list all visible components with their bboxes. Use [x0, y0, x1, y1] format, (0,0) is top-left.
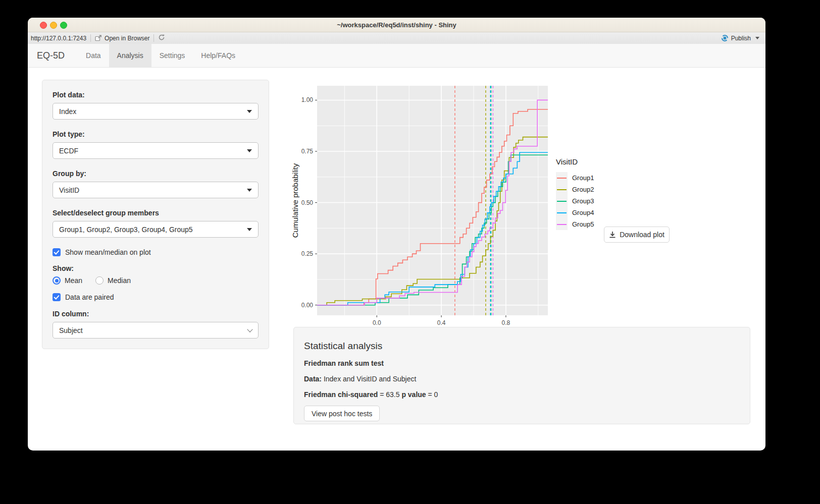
chevron-down-icon — [247, 110, 252, 113]
plot-legend: VisitID Group1Group2Group3Group4Group5 — [556, 157, 594, 230]
radio-median-dot[interactable] — [95, 276, 104, 285]
group-by-label: Group by: — [53, 170, 259, 178]
show-mean-median-checkbox-row: Show mean/median on plot — [53, 248, 259, 256]
legend-label: Group3 — [572, 197, 594, 205]
plot-type-label: Plot type: — [53, 130, 259, 138]
close-window-button[interactable] — [40, 22, 47, 29]
app-window: ~/workspace/R/eq5d/inst/shiny - Shiny ht… — [28, 18, 765, 451]
refresh-icon — [158, 34, 165, 41]
legend-entry-Group4: Group4 — [556, 207, 594, 218]
statistical-analysis-panel: Statistical analysis Friedman rank sum t… — [293, 327, 750, 424]
tab-analysis[interactable]: Analysis — [109, 44, 151, 67]
legend-title: VisitID — [556, 157, 594, 166]
legend-key-icon — [556, 184, 568, 195]
zoom-window-button[interactable] — [60, 22, 67, 29]
download-plot-button[interactable]: Download plot — [604, 227, 670, 243]
legend-label: Group1 — [572, 174, 594, 182]
legend-entry-Group3: Group3 — [556, 195, 594, 207]
legend-key-icon — [556, 195, 568, 207]
legend-key-icon — [556, 218, 568, 230]
show-mean-median-checkbox[interactable] — [53, 248, 61, 256]
legend-key-icon — [556, 172, 568, 184]
legend-entry-Group5: Group5 — [556, 218, 594, 230]
legend-key-icon — [556, 207, 568, 218]
chevron-down-icon — [247, 228, 252, 231]
download-plot-label: Download plot — [620, 231, 664, 239]
group-members-value: Group1, Group2, Group3, Group4, Group5 — [59, 226, 193, 234]
radio-median[interactable]: Median — [95, 276, 131, 285]
stats-p-label: p value — [401, 390, 426, 399]
plot-type-dropdown[interactable]: ECDF — [53, 142, 259, 159]
open-in-browser-label: Open in Browser — [105, 35, 149, 42]
viewer-toolbar: http://127.0.0.1:7243 Open in Browser — [28, 32, 765, 44]
group-members-label: Select/deselect group members — [53, 209, 259, 217]
y-tick-label: 0.50 — [301, 199, 314, 206]
open-in-browser-button[interactable]: Open in Browser — [95, 35, 149, 42]
url-text: http://127.0.0.1:7243 — [31, 35, 86, 42]
radio-mean-label: Mean — [65, 276, 82, 285]
chevron-down-icon — [247, 326, 252, 332]
download-icon — [609, 231, 616, 238]
legend-entry-Group1: Group1 — [556, 172, 594, 184]
legend-label: Group4 — [572, 209, 594, 216]
stats-test-name: Friedman rank sum test — [304, 359, 740, 367]
legend-entry-Group2: Group2 — [556, 184, 594, 195]
x-tick-label: 0.4 — [437, 319, 446, 326]
app-brand: EQ-5D — [28, 44, 78, 67]
plot-data-label: Plot data: — [53, 91, 259, 99]
show-mean-median-label: Show mean/median on plot — [65, 248, 151, 256]
id-column-value: Subject — [59, 326, 83, 334]
y-tick-label: 0.75 — [301, 148, 314, 155]
toolbar-separator — [90, 34, 91, 42]
id-column-select[interactable]: Subject — [53, 322, 259, 339]
legend-label: Group2 — [572, 186, 594, 193]
stats-data-line: Data: Index and VisitID and Subject — [304, 375, 740, 383]
stats-chi-label: Friedman chi-squared — [304, 390, 378, 399]
paired-checkbox-row: Data are paired — [53, 293, 259, 301]
stats-p-value: = 0 — [428, 390, 438, 399]
publish-label: Publish — [731, 35, 751, 42]
minimize-window-button[interactable] — [50, 22, 57, 29]
y-tick-label: 0.25 — [301, 250, 314, 257]
tab-data[interactable]: Data — [78, 44, 109, 67]
plot-type-value: ECDF — [59, 147, 78, 155]
open-in-browser-icon — [95, 35, 102, 41]
view-post-hoc-tests-button[interactable]: View post hoc tests — [304, 406, 380, 421]
publish-button[interactable]: Publish — [721, 34, 759, 42]
tab-help-faqs[interactable]: Help/FAQs — [193, 44, 243, 67]
publish-caret-icon — [755, 37, 759, 39]
id-column-label: ID column: — [53, 310, 259, 318]
y-tick-label: 0.00 — [301, 302, 314, 309]
publish-icon — [721, 34, 729, 42]
paired-checkbox[interactable] — [53, 293, 61, 301]
chevron-down-icon — [247, 149, 252, 152]
radio-mean-dot[interactable] — [53, 276, 61, 285]
plot-data-dropdown[interactable]: Index — [53, 103, 259, 120]
stats-result-line: Friedman chi-squared = 63.5 p value = 0 — [304, 390, 740, 399]
titlebar: ~/workspace/R/eq5d/inst/shiny - Shiny — [28, 18, 765, 32]
radio-mean[interactable]: Mean — [53, 276, 82, 285]
x-tick-label: 0.0 — [373, 319, 381, 326]
group-by-dropdown[interactable]: VisitID — [53, 182, 259, 198]
toolbar-separator — [153, 34, 154, 42]
radio-median-label: Median — [108, 276, 131, 285]
chevron-down-icon — [247, 189, 252, 192]
plot-data-value: Index — [59, 107, 76, 116]
y-axis-title: Cumulative probability — [291, 163, 299, 238]
stats-chi-value: = 63.5 — [380, 390, 399, 399]
window-title: ~/workspace/R/eq5d/inst/shiny - Shiny — [337, 21, 456, 29]
paired-label: Data are paired — [65, 293, 114, 301]
y-tick-label: 1.00 — [301, 96, 314, 103]
legend-label: Group5 — [572, 220, 594, 228]
group-members-dropdown[interactable]: Group1, Group2, Group3, Group4, Group5 — [53, 221, 259, 238]
x-tick-label: 0.8 — [502, 319, 510, 326]
sidebar-panel: Plot data: Index Plot type: ECDF Group b… — [42, 80, 269, 349]
show-label: Show: — [53, 264, 259, 272]
tab-settings[interactable]: Settings — [151, 44, 193, 67]
ecdf-plot: 0.00.40.80.000.250.500.751.00IndexCumula… — [283, 81, 555, 328]
stats-data-value: Index and VisitID and Subject — [324, 375, 416, 383]
stats-data-label: Data: — [304, 375, 322, 383]
group-by-value: VisitID — [59, 186, 79, 194]
stats-title: Statistical analysis — [304, 341, 740, 352]
refresh-button[interactable] — [158, 34, 165, 42]
